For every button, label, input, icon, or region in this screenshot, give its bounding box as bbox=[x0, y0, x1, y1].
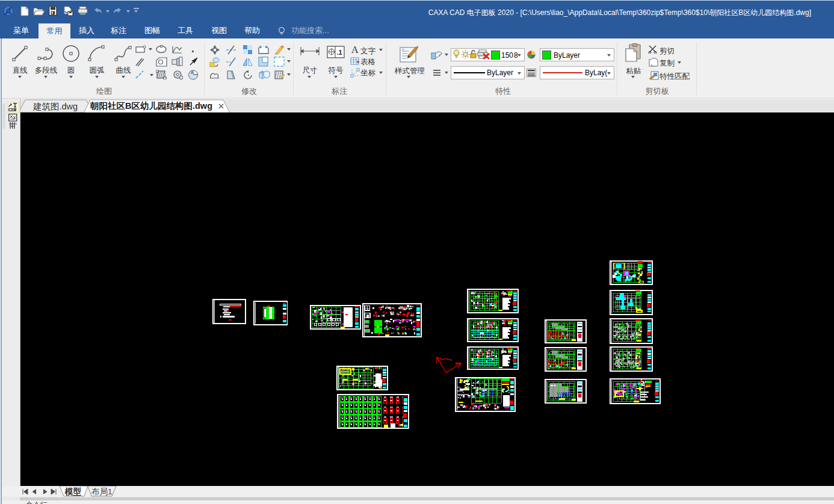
svg-text:.1: .1 bbox=[337, 49, 342, 56]
svg-text:A: A bbox=[191, 70, 194, 75]
